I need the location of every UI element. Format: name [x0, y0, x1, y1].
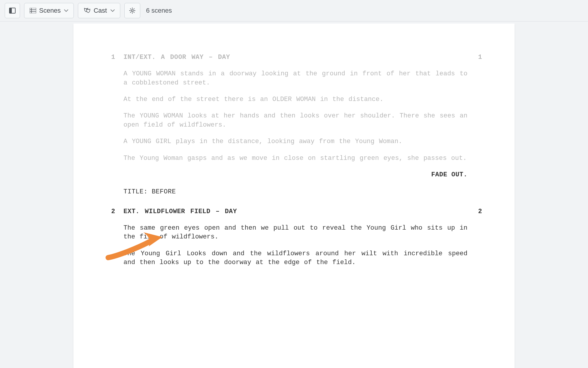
action-line: The YOUNG WOMAN looks at her hands and t… [123, 112, 467, 130]
scene-body[interactable]: A YOUNG WOMAN stands in a doorway lookin… [123, 69, 467, 163]
scenes-dropdown[interactable]: Scenes [24, 3, 74, 18]
action-line: A YOUNG GIRL plays in the distance, look… [123, 137, 467, 146]
scenes-label: Scenes [39, 7, 61, 14]
scene-number-right: 2 [467, 207, 482, 216]
transition-line[interactable]: FADE OUT. [123, 170, 467, 179]
scene-heading-text: INT/EXT. A DOOR WAY – DAY [123, 53, 467, 62]
scene-block-2: 2 EXT. WILDFLOWER FIELD – DAY 2 The same… [103, 207, 482, 267]
script-page[interactable]: 1 INT/EXT. A DOOR WAY – DAY 1 A YOUNG WO… [74, 24, 514, 368]
chevron-down-icon [111, 9, 115, 12]
scene-number-left: 2 [103, 207, 123, 216]
list-icon [30, 8, 36, 13]
svg-rect-1 [9, 8, 12, 13]
cast-dropdown[interactable]: Cast [78, 3, 120, 18]
action-line: The Young Girl Looks down and the wildfl… [123, 249, 467, 267]
chevron-down-icon [64, 9, 68, 12]
scene-number-left: 1 [103, 53, 123, 62]
scene-number-right: 1 [467, 53, 482, 62]
action-line: The same green eyes open and then we pul… [123, 224, 467, 242]
sidebar-toggle-button[interactable] [5, 3, 20, 18]
action-line: The Young Woman gasps and as we move in … [123, 154, 467, 163]
action-line: At the end of the street there is an OLD… [123, 95, 467, 104]
svg-point-6 [131, 10, 133, 11]
editor-viewport: 1 INT/EXT. A DOOR WAY – DAY 1 A YOUNG WO… [0, 24, 588, 368]
masks-icon [83, 8, 91, 14]
scene-body[interactable]: The same green eyes open and then we pul… [123, 224, 467, 267]
toolbar: Scenes Cast 6 scenes [0, 0, 588, 21]
svg-rect-2 [30, 8, 36, 13]
action-line: A YOUNG WOMAN stands in a doorway lookin… [123, 69, 467, 87]
scene-count-text: 6 scenes [146, 7, 172, 14]
scene-heading[interactable]: 2 EXT. WILDFLOWER FIELD – DAY 2 [103, 207, 482, 216]
scene-heading[interactable]: 1 INT/EXT. A DOOR WAY – DAY 1 [103, 53, 482, 62]
panel-icon [9, 8, 16, 14]
scene-heading-text: EXT. WILDFLOWER FIELD – DAY [123, 207, 467, 216]
settings-button[interactable] [124, 3, 140, 18]
gear-icon [129, 7, 136, 14]
title-card-line[interactable]: TITLE: BEFORE [123, 188, 467, 196]
scene-block-1: 1 INT/EXT. A DOOR WAY – DAY 1 A YOUNG WO… [103, 53, 482, 163]
cast-label: Cast [93, 7, 107, 14]
